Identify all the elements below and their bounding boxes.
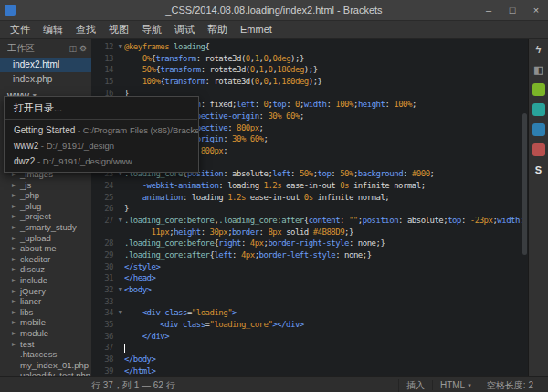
folder-arrow-icon: ▸	[12, 307, 20, 318]
tree-item-_php[interactable]: ▸_php	[0, 190, 91, 201]
tree-item-_upload[interactable]: ▸_upload	[0, 233, 91, 244]
fold-gutter	[116, 238, 124, 249]
language-selector[interactable]: HTML ▾	[432, 380, 479, 390]
recent-project-Getting Started[interactable]: Getting Started - C:/Program Files (x86)…	[5, 122, 198, 138]
menu-item-帮助[interactable]: 帮助	[201, 21, 234, 38]
recent-project-dwz2[interactable]: dwz2 - D:/_9191/_design/www	[5, 154, 198, 169]
fold-gutter	[116, 331, 124, 343]
code-row[interactable]: 24 -webkit-animation: loading 1.2s ease-…	[91, 180, 528, 192]
scrollbar-thumb[interactable]	[522, 113, 527, 255]
code-row[interactable]: 14 50%{transform: rotate3d(0,1,0,180deg)…	[91, 64, 528, 76]
tree-item-test[interactable]: ▸test	[0, 339, 91, 350]
tree-item-discuz[interactable]: ▸discuz	[0, 264, 91, 275]
tree-item-about me[interactable]: ▸about me	[0, 243, 91, 254]
window-title: _CSS/2014.08.08.loading/index2.html - Br…	[165, 5, 382, 16]
right-toolbar: ϟ◧S	[528, 39, 548, 376]
fold-arrow-icon[interactable]: ▼	[116, 215, 124, 227]
maximize-button[interactable]: □	[501, 0, 524, 20]
recent-project-www2[interactable]: www2 - D:/_9191/_design	[5, 138, 198, 154]
code-line: </body>	[124, 354, 528, 366]
code-row[interactable]: 11px;height: 30px;border: 8px solid #4B8…	[91, 227, 528, 238]
editor-scrollbar[interactable]	[522, 39, 528, 376]
gear-icon[interactable]: ⚙	[79, 44, 87, 53]
project-entry-path: - C:/Program Files (x86)/Brackets/sample…	[75, 125, 198, 135]
working-file-index.php[interactable]: index.php	[0, 72, 91, 87]
extension-teal-icon[interactable]	[532, 103, 545, 116]
tree-item-lianer[interactable]: ▸lianer	[0, 296, 91, 307]
folder-arrow-icon: ▸	[12, 275, 20, 286]
code-row[interactable]: 33	[91, 296, 528, 308]
fold-gutter	[116, 261, 124, 273]
fold-gutter	[116, 192, 124, 204]
extension-blue-icon[interactable]	[532, 123, 545, 136]
fold-arrow-icon[interactable]: ▼	[116, 307, 124, 319]
open-folder-item[interactable]: 打开目录...	[5, 100, 198, 116]
project-entry-path: - D:/_9191/_design	[38, 141, 114, 151]
tree-item-module[interactable]: ▸module	[0, 328, 91, 339]
tree-item-_js[interactable]: ▸_js	[0, 180, 91, 191]
menu-item-调试[interactable]: 调试	[168, 21, 201, 38]
code-row[interactable]: 13 0%{transform: rotate3d(0,1,0,0deg);}	[91, 53, 528, 65]
live-preview-icon[interactable]: ϟ	[532, 43, 545, 56]
code-row[interactable]: 25 animation: loading 1.2s ease-in-out 0…	[91, 192, 528, 204]
code-row[interactable]: 27▼.loading_core:before,.loading_core:af…	[91, 215, 528, 227]
code-line: </html>	[124, 366, 528, 376]
minimize-button[interactable]: –	[477, 0, 501, 20]
line-number: 15	[91, 76, 116, 88]
tree-item-my_index_01.php[interactable]: my_index_01.php	[0, 360, 91, 371]
project-entry-name: dwz2	[14, 156, 35, 166]
indent-value[interactable]: 2	[528, 380, 533, 390]
extension-manager-icon[interactable]: ◧	[532, 63, 545, 76]
code-row[interactable]: 26}	[91, 203, 528, 215]
tree-item-label: _smarty_study	[20, 222, 77, 233]
tree-item-ckeditor[interactable]: ▸ckeditor	[0, 254, 91, 265]
split-view-icon[interactable]: ◫	[68, 44, 77, 53]
code-row[interactable]: 32▼<body>	[91, 284, 528, 296]
fold-gutter	[116, 53, 124, 65]
code-row[interactable]: 34▼ <div class="loading">	[91, 307, 528, 319]
menu-item-查找[interactable]: 查找	[69, 21, 102, 38]
menu-item-编辑[interactable]: 编辑	[37, 21, 69, 38]
code-row[interactable]: 37	[91, 342, 528, 354]
tree-item-libs[interactable]: ▸libs	[0, 307, 91, 318]
code-row[interactable]: 38</body>	[91, 354, 528, 366]
tree-item-jQuery[interactable]: ▸jQuery	[0, 286, 91, 297]
code-row[interactable]: 30</style>	[91, 261, 528, 273]
tree-item-label: include	[20, 275, 47, 286]
fold-gutter	[116, 354, 124, 366]
extension-red-icon[interactable]	[532, 143, 545, 156]
tree-item-label: .htaccess	[20, 349, 57, 360]
tree-item-_smarty_study[interactable]: ▸_smarty_study	[0, 222, 91, 233]
code-row[interactable]: 28.loading_core:before{right: 4px;border…	[91, 238, 528, 249]
dropdown-separator	[5, 119, 197, 120]
insert-mode-indicator[interactable]: 插入	[398, 379, 432, 392]
code-row[interactable]: 35 <div class="loading_core"></div>	[91, 319, 528, 331]
tree-item-_plug[interactable]: ▸_plug	[0, 201, 91, 212]
language-label: HTML	[440, 380, 465, 390]
indent-setting[interactable]: 空格长度: 2	[479, 379, 541, 392]
code-row[interactable]: 29.loading_core:after{left: 4px;border-l…	[91, 249, 528, 261]
code-row[interactable]: 15 100%{transform: rotate3d(0,0,1,180deg…	[91, 76, 528, 88]
working-file-index2.html[interactable]: index2.html	[0, 58, 91, 72]
editor[interactable]: 12▼@keyframes loading{13 0%{transform: r…	[91, 39, 528, 376]
code-row[interactable]: 39</html>	[91, 366, 528, 376]
extension-s-icon[interactable]: S	[532, 164, 545, 176]
tree-item-_project[interactable]: ▸_project	[0, 211, 91, 222]
code-row[interactable]: 36 </div>	[91, 331, 528, 343]
menu-item-文件[interactable]: 文件	[4, 21, 37, 38]
menu-item-Emmet[interactable]: Emmet	[234, 21, 279, 38]
close-button[interactable]: ×	[524, 0, 548, 20]
fold-arrow-icon[interactable]: ▼	[116, 41, 124, 53]
code-row[interactable]: 12▼@keyframes loading{	[91, 41, 528, 53]
tree-item-.htaccess[interactable]: .htaccess	[0, 349, 91, 360]
tree-item-mobile[interactable]: ▸mobile	[0, 317, 91, 328]
folder-arrow-icon: ▸	[12, 254, 20, 265]
code-row[interactable]: 31</head>	[91, 272, 528, 284]
extension-green-icon[interactable]	[532, 83, 545, 96]
tree-item-uploadify_test.php[interactable]: uploadify_test.php	[0, 370, 91, 376]
menu-item-视图[interactable]: 视图	[102, 21, 135, 38]
code-line: -webkit-animation: loading 1.2s ease-in-…	[124, 180, 528, 192]
fold-arrow-icon[interactable]: ▼	[116, 284, 124, 296]
tree-item-include[interactable]: ▸include	[0, 275, 91, 286]
menu-item-导航[interactable]: 导航	[135, 21, 168, 38]
